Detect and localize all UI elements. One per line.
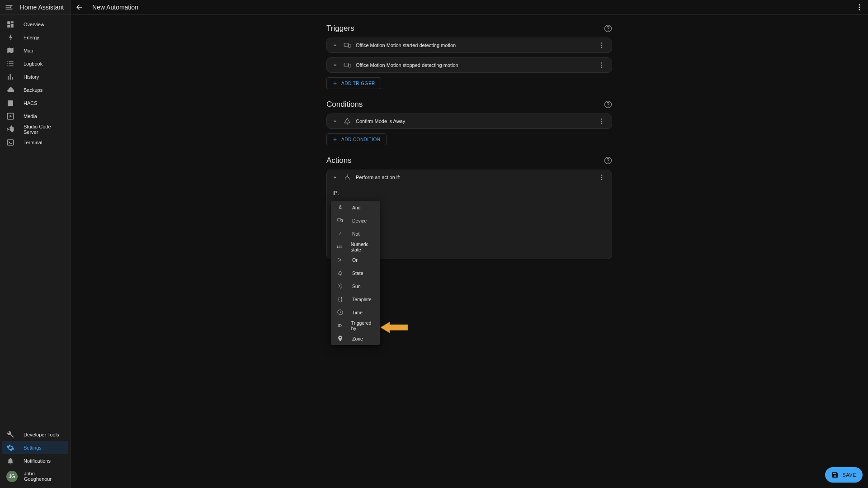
sidebar-nav-top: Overview Energy Map Logbook History Back… — [0, 15, 70, 428]
svg-rect-34 — [341, 220, 342, 222]
nav-label: Overview — [24, 22, 44, 27]
dropdown-item-or[interactable]: Or — [331, 253, 380, 266]
save-button[interactable]: SAVE — [825, 467, 863, 483]
trigger-card: Office Motion Motion started detecting m… — [326, 38, 612, 53]
chevron-up-icon[interactable] — [331, 174, 339, 181]
svg-point-26 — [601, 118, 603, 120]
nav-logbook[interactable]: Logbook — [2, 57, 68, 70]
svg-rect-15 — [349, 44, 350, 47]
add-condition-button[interactable]: ADD CONDITION — [326, 133, 387, 145]
help-icon[interactable] — [604, 24, 612, 33]
help-icon[interactable] — [604, 100, 612, 109]
map-icon — [6, 47, 14, 55]
condition-type-dropdown: & And Device ≠ Not 123 Numeric state — [331, 201, 380, 345]
nav-notifications[interactable]: Notifications — [2, 454, 68, 467]
nav-overview[interactable]: Overview — [2, 18, 68, 31]
nav-history[interactable]: History — [2, 70, 68, 83]
svg-rect-2 — [11, 24, 14, 27]
dd-label: State — [352, 270, 363, 276]
dropdown-item-triggered-by[interactable]: ID Triggered by — [331, 319, 380, 332]
media-icon — [6, 112, 14, 120]
app-title: Home Assistant — [20, 4, 64, 11]
more-icon[interactable] — [598, 42, 605, 49]
sidebar: Home Assistant Overview Energy Map Logbo… — [0, 0, 71, 488]
more-icon[interactable] — [598, 174, 605, 181]
svg-point-12 — [859, 9, 860, 10]
more-icon[interactable] — [598, 62, 605, 69]
nav-label: Terminal — [24, 140, 42, 145]
dd-label: Numeric state — [351, 242, 374, 252]
trigger-row[interactable]: Office Motion Motion started detecting m… — [327, 38, 612, 52]
dd-label: Triggered by — [351, 320, 374, 331]
svg-point-32 — [601, 179, 603, 180]
page-title: New Automation — [92, 4, 138, 11]
svg-point-30 — [601, 175, 603, 176]
back-icon[interactable] — [75, 3, 83, 11]
user-avatar: JG — [6, 471, 18, 482]
svg-point-21 — [601, 62, 603, 64]
nav-terminal[interactable]: Terminal — [2, 136, 68, 149]
nav-user[interactable]: JG John Goughenour — [2, 467, 68, 485]
plus-icon — [332, 81, 338, 86]
svg-rect-4 — [8, 76, 9, 80]
dd-label: Device — [352, 218, 367, 223]
actions-header: Actions — [326, 156, 612, 165]
svg-point-18 — [601, 47, 603, 48]
nav-backups[interactable]: Backups — [2, 83, 68, 96]
condition-card: Confirm Mode is Away — [326, 114, 612, 129]
state-icon — [336, 269, 344, 277]
terminal-icon — [6, 138, 14, 147]
dropdown-item-not[interactable]: ≠ Not — [331, 227, 380, 240]
sidebar-nav-bottom: Developer Tools Settings Notifications J… — [0, 428, 70, 488]
topbar-more-icon[interactable] — [855, 3, 863, 11]
dropdown-item-time[interactable]: Time — [331, 306, 380, 319]
more-icon[interactable] — [598, 118, 605, 125]
dd-label: Sun — [352, 284, 361, 289]
chevron-down-icon[interactable] — [331, 118, 339, 125]
dropdown-item-sun[interactable]: Sun — [331, 280, 380, 293]
add-trigger-button[interactable]: ADD TRIGGER — [326, 77, 381, 89]
nav-energy[interactable]: Energy — [2, 31, 68, 44]
svg-rect-7 — [8, 100, 13, 106]
sun-icon — [336, 282, 344, 290]
condition-row[interactable]: Confirm Mode is Away — [327, 114, 612, 128]
dropdown-item-state[interactable]: State — [331, 266, 380, 280]
dropdown-item-device[interactable]: Device — [331, 214, 380, 227]
dropdown-item-template[interactable]: { } Template — [331, 293, 380, 306]
action-row-header[interactable]: Perform an action if: — [327, 170, 612, 185]
conditions-header: Conditions — [326, 100, 612, 109]
svg-point-31 — [601, 177, 603, 178]
svg-point-11 — [859, 7, 860, 8]
nav-hacs[interactable]: HACS — [2, 96, 68, 109]
annotation-arrow — [381, 320, 408, 335]
code-icon — [6, 125, 14, 133]
topbar: New Automation — [71, 0, 868, 15]
triggers-header: Triggers — [326, 24, 612, 33]
svg-point-10 — [859, 4, 860, 5]
nav-studio-code[interactable]: Studio Code Server — [2, 123, 68, 136]
overview-icon — [6, 20, 14, 28]
nav-map[interactable]: Map — [2, 44, 68, 57]
svg-rect-3 — [7, 24, 10, 27]
nav-media[interactable]: Media — [2, 109, 68, 123]
save-label: SAVE — [842, 472, 856, 478]
dropdown-item-numeric-state[interactable]: 123 Numeric state — [331, 240, 380, 253]
bell-icon — [6, 457, 14, 465]
nav-label: HACS — [24, 100, 38, 106]
dropdown-item-and[interactable]: & And — [331, 201, 380, 214]
nav-developer-tools[interactable]: Developer Tools — [2, 428, 68, 441]
svg-rect-14 — [344, 43, 348, 47]
chevron-down-icon[interactable] — [331, 42, 339, 49]
zone-icon — [336, 335, 344, 342]
help-icon[interactable] — [604, 156, 612, 165]
trigger-label: Office Motion Motion stopped detecting m… — [356, 62, 594, 68]
device-icon — [336, 217, 344, 224]
chevron-down-icon[interactable] — [331, 62, 339, 69]
nav-settings[interactable]: Settings — [2, 441, 68, 454]
svg-point-23 — [601, 66, 603, 68]
main: New Automation Triggers Office Motion Mo… — [71, 0, 868, 488]
dropdown-item-zone[interactable]: Zone — [331, 332, 380, 345]
trigger-row[interactable]: Office Motion Motion stopped detecting m… — [327, 58, 612, 72]
menu-toggle-icon[interactable] — [5, 3, 14, 12]
nav-label: Settings — [24, 445, 42, 450]
